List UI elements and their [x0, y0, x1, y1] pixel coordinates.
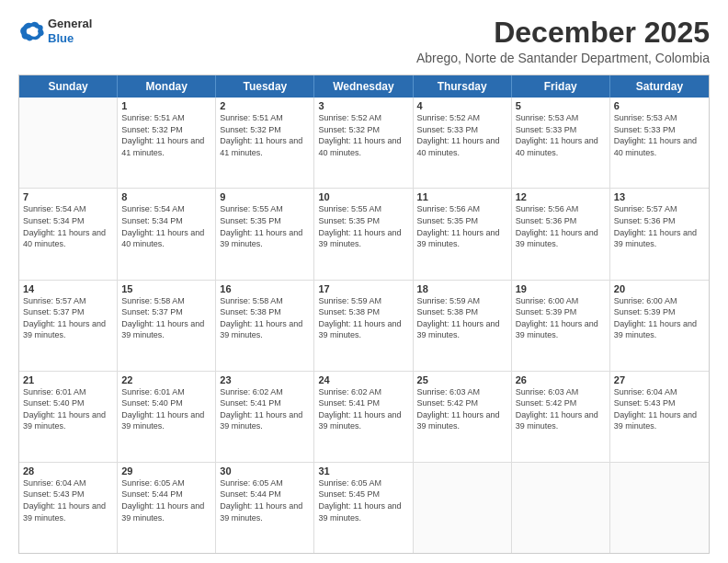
- sunrise-text: Sunrise: 5:53 AM: [516, 112, 606, 124]
- logo: General Blue: [18, 17, 92, 45]
- day-number: 7: [23, 191, 113, 202]
- calendar-cell: 19Sunrise: 6:00 AMSunset: 5:39 PMDayligh…: [512, 281, 610, 371]
- sunset-text: Sunset: 5:35 PM: [318, 215, 408, 227]
- sunrise-text: Sunrise: 6:02 AM: [220, 386, 310, 398]
- sunrise-text: Sunrise: 5:52 AM: [417, 112, 507, 124]
- sunset-text: Sunset: 5:33 PM: [614, 124, 705, 136]
- sunrise-text: Sunrise: 6:03 AM: [516, 386, 606, 398]
- sunset-text: Sunset: 5:40 PM: [121, 397, 211, 409]
- sunset-text: Sunset: 5:38 PM: [220, 306, 310, 318]
- sunrise-text: Sunrise: 6:05 AM: [220, 477, 310, 489]
- day-number: 2: [220, 100, 310, 111]
- daylight-text: Daylight: 11 hours and 40 minutes.: [614, 135, 705, 158]
- sunrise-text: Sunrise: 6:04 AM: [23, 477, 113, 489]
- sunset-text: Sunset: 5:32 PM: [318, 124, 408, 136]
- sunset-text: Sunset: 5:41 PM: [220, 397, 310, 409]
- title-block: December 2025 Abrego, Norte de Santander…: [416, 17, 710, 65]
- daylight-text: Daylight: 11 hours and 41 minutes.: [220, 135, 310, 158]
- subtitle: Abrego, Norte de Santander Department, C…: [416, 51, 710, 65]
- sunrise-text: Sunrise: 5:52 AM: [318, 112, 408, 124]
- sunrise-text: Sunrise: 5:59 AM: [417, 295, 507, 307]
- daylight-text: Daylight: 11 hours and 39 minutes.: [516, 227, 606, 250]
- daylight-text: Daylight: 11 hours and 39 minutes.: [121, 500, 211, 523]
- daylight-text: Daylight: 11 hours and 40 minutes.: [318, 135, 408, 158]
- day-number: 3: [318, 100, 408, 111]
- logo-line2: Blue: [48, 31, 92, 46]
- calendar-cell: 6Sunrise: 5:53 AMSunset: 5:33 PMDaylight…: [610, 98, 709, 188]
- calendar-cell: 28Sunrise: 6:04 AMSunset: 5:43 PMDayligh…: [19, 463, 118, 553]
- calendar-row-4: 28Sunrise: 6:04 AMSunset: 5:43 PMDayligh…: [19, 463, 709, 553]
- header-day-wednesday: Wednesday: [314, 75, 413, 98]
- header-day-saturday: Saturday: [610, 75, 709, 98]
- day-number: 29: [121, 465, 211, 477]
- day-number: 22: [121, 374, 211, 385]
- day-number: 18: [417, 283, 507, 294]
- sunset-text: Sunset: 5:32 PM: [220, 124, 310, 136]
- calendar-header: SundayMondayTuesdayWednesdayThursdayFrid…: [19, 75, 709, 98]
- day-number: 10: [318, 191, 408, 202]
- calendar-cell: 27Sunrise: 6:04 AMSunset: 5:43 PMDayligh…: [610, 372, 709, 462]
- calendar-cell: 30Sunrise: 6:05 AMSunset: 5:44 PMDayligh…: [216, 463, 314, 553]
- sunrise-text: Sunrise: 6:02 AM: [318, 386, 408, 398]
- daylight-text: Daylight: 11 hours and 39 minutes.: [417, 227, 507, 250]
- sunset-text: Sunset: 5:42 PM: [417, 397, 507, 409]
- sunset-text: Sunset: 5:43 PM: [23, 488, 113, 500]
- daylight-text: Daylight: 11 hours and 39 minutes.: [318, 318, 408, 341]
- calendar-row-2: 14Sunrise: 5:57 AMSunset: 5:37 PMDayligh…: [19, 281, 709, 372]
- day-number: 21: [23, 374, 113, 385]
- sunrise-text: Sunrise: 5:58 AM: [220, 295, 310, 307]
- calendar-cell: 4Sunrise: 5:52 AMSunset: 5:33 PMDaylight…: [414, 98, 512, 188]
- daylight-text: Daylight: 11 hours and 40 minutes.: [23, 227, 113, 250]
- logo-line1: General: [48, 17, 92, 31]
- sunrise-text: Sunrise: 6:01 AM: [23, 386, 113, 398]
- sunrise-text: Sunrise: 5:51 AM: [121, 112, 211, 124]
- sunset-text: Sunset: 5:35 PM: [220, 215, 310, 227]
- calendar-cell: 31Sunrise: 6:05 AMSunset: 5:45 PMDayligh…: [314, 463, 413, 553]
- calendar-body: 1Sunrise: 5:51 AMSunset: 5:32 PMDaylight…: [19, 98, 709, 553]
- header-day-monday: Monday: [118, 75, 216, 98]
- day-number: 9: [220, 191, 310, 202]
- calendar-cell: 12Sunrise: 5:56 AMSunset: 5:36 PMDayligh…: [512, 189, 610, 279]
- calendar-cell: 13Sunrise: 5:57 AMSunset: 5:36 PMDayligh…: [610, 189, 709, 279]
- daylight-text: Daylight: 11 hours and 39 minutes.: [23, 500, 113, 523]
- day-number: 11: [417, 191, 507, 202]
- calendar-cell: [610, 463, 709, 553]
- day-number: 28: [23, 465, 113, 477]
- calendar-cell: 20Sunrise: 6:00 AMSunset: 5:39 PMDayligh…: [610, 281, 709, 371]
- sunset-text: Sunset: 5:36 PM: [516, 215, 606, 227]
- calendar-cell: 23Sunrise: 6:02 AMSunset: 5:41 PMDayligh…: [216, 372, 314, 462]
- sunrise-text: Sunrise: 5:55 AM: [220, 203, 310, 215]
- sunset-text: Sunset: 5:43 PM: [614, 397, 705, 409]
- sunset-text: Sunset: 5:44 PM: [121, 488, 211, 500]
- day-number: 17: [318, 283, 408, 294]
- calendar-cell: [19, 98, 118, 188]
- day-number: 14: [23, 283, 113, 294]
- sunrise-text: Sunrise: 6:03 AM: [417, 386, 507, 398]
- sunset-text: Sunset: 5:33 PM: [417, 124, 507, 136]
- logo-icon: [18, 18, 44, 44]
- day-number: 13: [614, 191, 705, 202]
- sunrise-text: Sunrise: 5:56 AM: [417, 203, 507, 215]
- day-number: 25: [417, 374, 507, 385]
- calendar-row-3: 21Sunrise: 6:01 AMSunset: 5:40 PMDayligh…: [19, 372, 709, 463]
- sunset-text: Sunset: 5:36 PM: [614, 215, 705, 227]
- day-number: 23: [220, 374, 310, 385]
- sunset-text: Sunset: 5:35 PM: [417, 215, 507, 227]
- daylight-text: Daylight: 11 hours and 39 minutes.: [614, 409, 705, 432]
- logo-text: General Blue: [48, 17, 92, 45]
- sunrise-text: Sunrise: 6:00 AM: [614, 295, 705, 307]
- calendar-cell: 8Sunrise: 5:54 AMSunset: 5:34 PMDaylight…: [118, 189, 216, 279]
- header-day-friday: Friday: [512, 75, 610, 98]
- day-number: 20: [614, 283, 705, 294]
- calendar-cell: 3Sunrise: 5:52 AMSunset: 5:32 PMDaylight…: [314, 98, 413, 188]
- day-number: 4: [417, 100, 507, 111]
- sunrise-text: Sunrise: 6:00 AM: [516, 295, 606, 307]
- daylight-text: Daylight: 11 hours and 39 minutes.: [318, 500, 408, 523]
- calendar-cell: 21Sunrise: 6:01 AMSunset: 5:40 PMDayligh…: [19, 372, 118, 462]
- sunset-text: Sunset: 5:40 PM: [23, 397, 113, 409]
- daylight-text: Daylight: 11 hours and 39 minutes.: [121, 318, 211, 341]
- calendar-cell: 26Sunrise: 6:03 AMSunset: 5:42 PMDayligh…: [512, 372, 610, 462]
- calendar-cell: 2Sunrise: 5:51 AMSunset: 5:32 PMDaylight…: [216, 98, 314, 188]
- sunrise-text: Sunrise: 6:05 AM: [121, 477, 211, 489]
- daylight-text: Daylight: 11 hours and 39 minutes.: [220, 318, 310, 341]
